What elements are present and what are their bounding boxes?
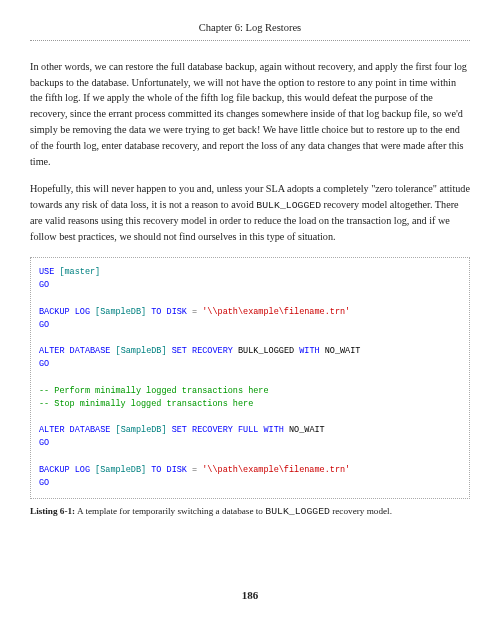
kw-alter: ALTER xyxy=(39,425,65,435)
kw-go: GO xyxy=(39,320,49,330)
kw-log: LOG xyxy=(70,465,90,475)
id-sampledb: [SampleDB] xyxy=(110,346,171,356)
p2-code: BULK_LOGGED xyxy=(256,200,321,211)
kw-go: GO xyxy=(39,359,49,369)
kw-recovery: RECOVERY xyxy=(187,346,233,356)
listing-text-a: A template for temporarily switching a d… xyxy=(75,506,265,516)
kw-recovery: RECOVERY xyxy=(187,425,233,435)
chapter-header: Chapter 6: Log Restores xyxy=(30,20,470,41)
kw-go: GO xyxy=(39,280,49,290)
kw-disk: DISK xyxy=(161,465,192,475)
kw-go: GO xyxy=(39,478,49,488)
kw-disk: DISK xyxy=(161,307,192,317)
listing-code: BULK_LOGGED xyxy=(265,506,330,517)
comment-stop: -- Stop minimally logged transactions he… xyxy=(39,399,253,409)
lit-path: '\\path\example\filename.trn' xyxy=(197,307,350,317)
listing-caption: Listing 6-1: A template for temporarily … xyxy=(30,505,470,520)
kw-nowait: NO_WAIT xyxy=(284,425,325,435)
kw-backup: BACKUP xyxy=(39,465,70,475)
kw-set: SET xyxy=(172,425,187,435)
kw-alter: ALTER xyxy=(39,346,65,356)
kw-to: TO xyxy=(151,307,161,317)
lit-path: '\\path\example\filename.trn' xyxy=(197,465,350,475)
id-sampledb: [SampleDB] xyxy=(110,425,171,435)
kw-to: TO xyxy=(151,465,161,475)
p1-text: In other words, we can restore the full … xyxy=(30,61,467,167)
kw-with: WITH xyxy=(264,425,284,435)
body-paragraph-2: Hopefully, this will never happen to you… xyxy=(30,181,470,245)
kw-use: USE xyxy=(39,267,54,277)
listing-label: Listing 6-1: xyxy=(30,506,75,516)
kw-log: LOG xyxy=(70,307,90,317)
kw-backup: BACKUP xyxy=(39,307,70,317)
comment-perform: -- Perform minimally logged transactions… xyxy=(39,386,269,396)
kw-set: SET xyxy=(172,346,187,356)
body-paragraph-1: In other words, we can restore the full … xyxy=(30,59,470,170)
code-listing: USE [master] GO BACKUP LOG [SampleDB] TO… xyxy=(30,257,470,499)
kw-full: FULL xyxy=(233,425,264,435)
kw-bulklogged: BULK_LOGGED xyxy=(233,346,299,356)
id-sampledb: [SampleDB] xyxy=(90,307,151,317)
chapter-title: Chapter 6: Log Restores xyxy=(199,22,301,33)
page-number-value: 186 xyxy=(242,589,259,601)
kw-with: WITH xyxy=(299,346,319,356)
id-master: [master] xyxy=(54,267,100,277)
kw-database: DATABASE xyxy=(65,425,111,435)
kw-go: GO xyxy=(39,438,49,448)
kw-database: DATABASE xyxy=(65,346,111,356)
listing-text-c: recovery model. xyxy=(330,506,392,516)
page-number: 186 xyxy=(0,587,500,604)
kw-nowait: NO_WAIT xyxy=(320,346,361,356)
id-sampledb: [SampleDB] xyxy=(90,465,151,475)
